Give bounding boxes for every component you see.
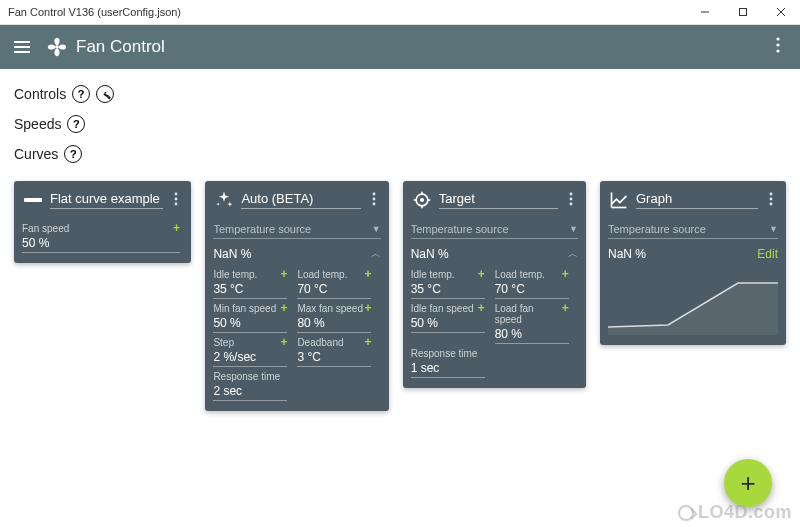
wrench-icon[interactable] — [96, 85, 114, 103]
plus-icon[interactable]: + — [280, 337, 287, 348]
cards-row: Flat curve example Fan speed+ 50 % Auto … — [0, 175, 800, 417]
percent-value: NaN % — [213, 247, 251, 261]
card-flat: Flat curve example Fan speed+ 50 % — [14, 181, 191, 263]
section-label: Curves — [14, 146, 58, 162]
plus-icon[interactable]: + — [364, 269, 371, 280]
plus-icon[interactable]: + — [562, 269, 569, 280]
section-curves: Curves ? — [14, 139, 786, 169]
fan-speed-value[interactable]: 50 % — [22, 234, 180, 253]
plus-icon[interactable]: + — [280, 303, 287, 314]
svg-point-29 — [770, 198, 773, 201]
svg-point-9 — [776, 43, 779, 46]
help-icon[interactable]: ? — [72, 85, 90, 103]
dropdown-icon: ▼ — [569, 224, 578, 234]
card-title[interactable]: Flat curve example — [50, 191, 163, 209]
svg-point-28 — [770, 193, 773, 196]
svg-point-24 — [570, 198, 573, 201]
plus-icon[interactable]: + — [364, 337, 371, 348]
help-icon[interactable]: ? — [67, 115, 85, 133]
edit-button[interactable]: Edit — [757, 247, 778, 261]
section-label: Controls — [14, 86, 66, 102]
window-close-button[interactable] — [762, 0, 800, 25]
plus-icon[interactable]: + — [562, 303, 569, 325]
idle-temp-input[interactable]: 35 °C — [411, 280, 485, 299]
percent-expander[interactable]: NaN % ︿ — [213, 239, 380, 265]
magnifier-icon — [678, 505, 694, 521]
dropdown-icon: ▼ — [372, 224, 381, 234]
idle-fan-input[interactable]: 50 % — [411, 314, 485, 333]
watermark-text: LO4D.com — [698, 502, 792, 523]
temp-source-select[interactable]: Temperature source▼ — [411, 219, 578, 239]
load-temp-input[interactable]: 70 °C — [495, 280, 569, 299]
flat-line-icon — [22, 189, 44, 211]
step-input[interactable]: 2 %/sec — [213, 348, 287, 367]
dropdown-icon: ▼ — [769, 224, 778, 234]
fan-icon — [46, 36, 68, 58]
card-menu-icon[interactable] — [169, 192, 183, 208]
help-icon[interactable]: ? — [64, 145, 82, 163]
svg-point-11 — [175, 193, 178, 196]
app-bar: Fan Control — [0, 25, 800, 69]
response-time-input[interactable]: 2 sec — [213, 382, 287, 401]
section-controls: Controls ? — [14, 79, 786, 109]
chevron-up-icon: ︿ — [371, 247, 381, 261]
window-maximize-button[interactable] — [724, 0, 762, 25]
fan-speed-label: Fan speed — [22, 223, 69, 234]
min-fan-input[interactable]: 50 % — [213, 314, 287, 333]
sparkle-icon — [213, 189, 235, 211]
svg-point-8 — [776, 37, 779, 40]
hamburger-icon[interactable] — [12, 37, 32, 57]
svg-marker-31 — [608, 283, 778, 335]
svg-point-16 — [372, 203, 375, 206]
temp-source-select[interactable]: Temperature source▼ — [608, 219, 778, 239]
section-speeds: Speeds ? — [14, 109, 786, 139]
add-fab-button[interactable]: + — [724, 459, 772, 507]
svg-point-13 — [175, 203, 178, 206]
plus-icon[interactable]: + — [364, 303, 371, 314]
svg-point-30 — [770, 203, 773, 206]
svg-point-15 — [372, 198, 375, 201]
window-controls — [686, 0, 800, 25]
section-label: Speeds — [14, 116, 61, 132]
idle-temp-input[interactable]: 35 °C — [213, 280, 287, 299]
plus-icon[interactable]: + — [173, 223, 180, 234]
card-title[interactable]: Target — [439, 191, 558, 209]
card-title[interactable]: Graph — [636, 191, 758, 209]
plus-icon: + — [740, 470, 755, 496]
deadband-input[interactable]: 3 °C — [297, 348, 371, 367]
window-minimize-button[interactable] — [686, 0, 724, 25]
svg-point-7 — [55, 45, 59, 49]
card-graph: Graph Temperature source▼ NaN % Edit — [600, 181, 786, 345]
max-fan-input[interactable]: 80 % — [297, 314, 371, 333]
svg-rect-1 — [740, 9, 747, 16]
percent-value: NaN % — [411, 247, 449, 261]
card-target: Target Temperature source▼ NaN % ︿ Idle … — [403, 181, 586, 388]
percent-value: NaN % — [608, 247, 646, 261]
load-fan-input[interactable]: 80 % — [495, 325, 569, 344]
app-title: Fan Control — [76, 37, 768, 57]
card-auto: Auto (BETA) Temperature source▼ NaN % ︿ … — [205, 181, 388, 411]
svg-point-10 — [776, 49, 779, 52]
plus-icon[interactable]: + — [280, 269, 287, 280]
window-title: Fan Control V136 (userConfig.json) — [8, 6, 686, 18]
curve-graph[interactable] — [608, 269, 778, 335]
card-title[interactable]: Auto (BETA) — [241, 191, 360, 209]
percent-expander[interactable]: NaN % ︿ — [411, 239, 578, 265]
load-temp-input[interactable]: 70 °C — [297, 280, 371, 299]
window-titlebar: Fan Control V136 (userConfig.json) — [0, 0, 800, 25]
plus-icon[interactable]: + — [478, 303, 485, 314]
response-time-input[interactable]: 1 sec — [411, 359, 485, 378]
app-menu-icon[interactable] — [768, 37, 788, 57]
chevron-up-icon: ︿ — [568, 247, 578, 261]
card-menu-icon[interactable] — [367, 192, 381, 208]
card-menu-icon[interactable] — [564, 192, 578, 208]
svg-point-14 — [372, 193, 375, 196]
plus-icon[interactable]: + — [478, 269, 485, 280]
svg-point-18 — [420, 199, 423, 202]
temp-source-select[interactable]: Temperature source▼ — [213, 219, 380, 239]
chart-icon — [608, 189, 630, 211]
svg-point-25 — [570, 203, 573, 206]
percent-row: NaN % Edit — [608, 239, 778, 265]
card-menu-icon[interactable] — [764, 192, 778, 208]
target-icon — [411, 189, 433, 211]
